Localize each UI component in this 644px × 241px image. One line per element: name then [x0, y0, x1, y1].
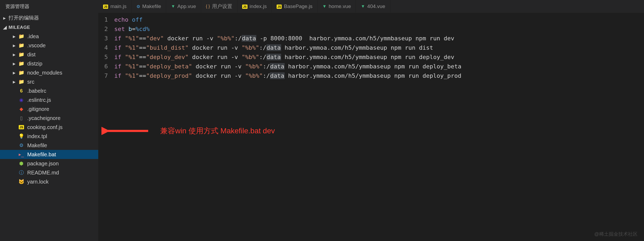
tree-item-label: Makefile [27, 142, 47, 149]
code-line: set b=%cd% [114, 24, 644, 34]
folder-pink-icon: 📁 [18, 51, 25, 58]
tree-item-index-tpl[interactable]: 💡index.tpl [0, 132, 98, 141]
line-number: 7 [98, 71, 108, 80]
tree-item--babelrc[interactable]: 6.babelrc [0, 86, 98, 95]
tree-item-dist[interactable]: ▸📁dist [0, 50, 98, 59]
project-section[interactable]: ◢ MILEAGE [0, 23, 98, 32]
tree-item--vscode[interactable]: ▸📁.vscode [0, 41, 98, 50]
tree-item-label: node_modules [27, 70, 62, 76]
section-label: MILEAGE [9, 25, 30, 30]
annotation-overlay: 兼容win 使用方式 Makefile.bat dev [101, 126, 275, 136]
tab-404-vue[interactable]: ▼404.vue [356, 0, 390, 13]
tree-item-distzip[interactable]: ▸📁distzip [0, 59, 98, 68]
tree-item-label: cooking.conf.js [27, 124, 62, 130]
line-number: 6 [98, 62, 108, 71]
eslint-icon: ◉ [18, 97, 25, 103]
tab-basepage-js[interactable]: JSBasePage.js [272, 0, 317, 13]
code-line: if "%1"=="deploy_beta" docker run -v "%b… [114, 62, 644, 71]
code-line: if "%1"=="dev" docker run -v "%b%":/data… [114, 34, 644, 43]
code-line: if "%1"=="deploy_dev" docker run -v "%b%… [114, 52, 644, 62]
tree-item-node-modules[interactable]: ▸📁node_modules [0, 68, 98, 77]
vue-icon: ▼ [322, 4, 327, 9]
tree-item-makefile[interactable]: ⚙Makefile [0, 141, 98, 150]
chevron-right-icon: ▸ [13, 79, 17, 85]
tree-item--gitignore[interactable]: ◆.gitignore [0, 104, 98, 114]
code-line: if "%1"=="build_dist" docker run -v "%b%… [114, 43, 644, 52]
folder-icon: 📁 [18, 33, 25, 40]
js-icon: JS [277, 4, 282, 9]
tree-item-label: .babelrc [27, 88, 46, 94]
tab-----[interactable]: { }用户设置 [201, 0, 237, 13]
tree-item-label: .idea [27, 33, 39, 40]
babel-icon: 6 [18, 88, 25, 94]
chevron-right-icon: ▸ [13, 33, 17, 40]
info-icon: ⓘ [18, 169, 25, 176]
tree-item--ycacheignore[interactable]: ▯.ycacheignore [0, 114, 98, 123]
tree-item-label: .eslintrc.js [27, 97, 51, 103]
chevron-right-icon: ▸ [13, 69, 17, 76]
yarn-icon: 🐱 [18, 178, 25, 185]
tree-item-label: .ycacheignore [27, 115, 61, 121]
tab-label: App.vue [177, 3, 196, 9]
chevron-right-icon: ▸ [3, 15, 7, 21]
git-icon: ◆ [18, 106, 25, 112]
chevron-right-icon: ▸ [13, 42, 17, 49]
explorer-title: 资源管理器 [0, 0, 98, 13]
watermark: @稀土掘金技术社区 [594, 231, 638, 237]
code-line: if "%1"=="deploy_prod" docker run -v "%b… [114, 71, 644, 80]
annotation-text: 兼容win 使用方式 Makefile.bat dev [160, 126, 275, 136]
folder-icon: 📁 [18, 60, 25, 67]
tree-item-label: src [27, 79, 34, 85]
tree-item-cooking-conf-js[interactable]: JScooking.conf.js [0, 123, 98, 132]
tree-item-package-json[interactable]: ⬢package.json [0, 159, 98, 168]
open-editors-section[interactable]: ▸ 打开的编辑器 [0, 13, 98, 23]
folder-green-icon: 📁 [18, 79, 25, 85]
tree-item-label: README.md [27, 170, 59, 176]
brace-icon: { } [206, 4, 210, 9]
tree-item-label: Makefile.bat [27, 151, 56, 158]
tab-makefile[interactable]: ⚙Makefile [132, 0, 166, 13]
tab-label: main.js [110, 3, 126, 9]
bulb-icon: 💡 [18, 133, 25, 139]
tab-home-vue[interactable]: ▼home.vue [317, 0, 356, 13]
explorer-sidebar: 资源管理器 ▸ 打开的编辑器 ◢ MILEAGE ▸📁.idea▸📁.vscod… [0, 0, 98, 241]
folder-blue-icon: 📁 [18, 42, 25, 49]
vue-icon: ▼ [361, 4, 365, 9]
tab-label: 用户设置 [212, 3, 232, 10]
line-number: 4 [98, 43, 108, 52]
tab-app-vue[interactable]: ▼App.vue [166, 0, 201, 13]
node-icon: ⬢ [18, 160, 25, 167]
tab-bar: JSmain.js⚙Makefile▼App.vue{ }用户设置JSindex… [98, 0, 644, 13]
tab-label: home.vue [329, 3, 351, 9]
tree-item-makefile-bat[interactable]: ▸_Makefile.bat [0, 150, 98, 159]
tree-item-yarn-lock[interactable]: 🐱yarn.lock [0, 177, 98, 186]
js-icon: JS [18, 124, 25, 130]
folder-green-icon: 📁 [18, 69, 25, 76]
tree-item-readme-md[interactable]: ⓘREADME.md [0, 168, 98, 177]
gear-icon: ⚙ [18, 142, 25, 149]
tab-index-js[interactable]: JSindex.js [237, 0, 272, 13]
editor-area: JSmain.js⚙Makefile▼App.vue{ }用户设置JSindex… [98, 0, 644, 241]
line-number: 5 [98, 52, 108, 62]
tree-item-src[interactable]: ▸📁src [0, 77, 98, 86]
tree-item-label: dist [27, 52, 36, 58]
arrow-icon [101, 126, 150, 136]
chevron-right-icon: ▸ [13, 60, 17, 67]
tree-item-label: yarn.lock [27, 179, 49, 185]
line-number: 2 [98, 24, 108, 34]
tree-item--idea[interactable]: ▸📁.idea [0, 32, 98, 41]
bat-icon: ▸_ [18, 151, 25, 158]
js-icon: JS [103, 4, 108, 9]
tab-main-js[interactable]: JSmain.js [98, 0, 132, 13]
line-number: 1 [98, 15, 108, 24]
tab-label: Makefile [142, 3, 161, 9]
vue-icon: ▼ [171, 4, 175, 9]
tree-item-label: package.json [27, 161, 59, 167]
gear-icon: ⚙ [136, 4, 140, 9]
chevron-down-icon: ◢ [3, 25, 7, 30]
js-icon: JS [242, 4, 247, 9]
tab-label: BasePage.js [284, 3, 312, 9]
tree-item--eslintrc-js[interactable]: ◉.eslintrc.js [0, 95, 98, 104]
file-tree: ▸📁.idea▸📁.vscode▸📁dist▸📁distzip▸📁node_mo… [0, 32, 98, 186]
tree-item-label: .vscode [27, 42, 46, 49]
